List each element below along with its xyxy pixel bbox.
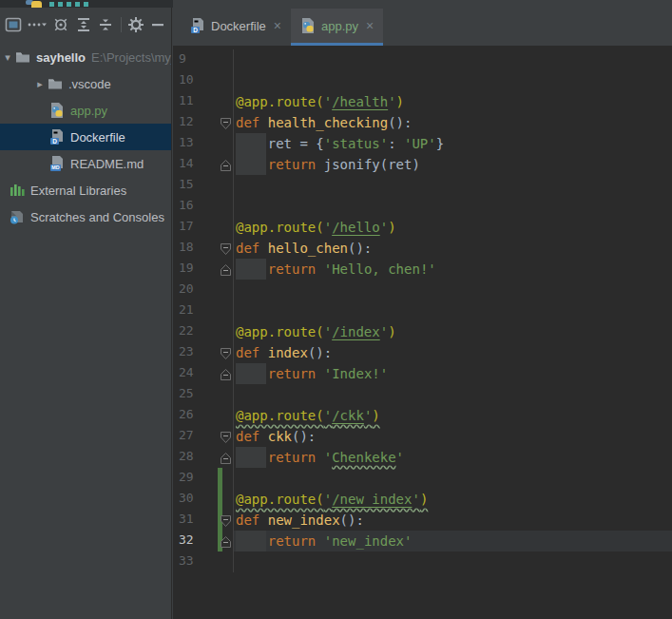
code-text[interactable]: def health_checking(): bbox=[234, 112, 672, 133]
code-text[interactable]: def index(): bbox=[234, 342, 672, 363]
token-dec: ) bbox=[420, 492, 428, 507]
code-text[interactable]: return 'Hello, chen!' bbox=[234, 259, 672, 280]
code-text[interactable]: return jsonify(ret) bbox=[234, 154, 672, 175]
code-editor[interactable]: 91011@app.route('/health')12def health_c… bbox=[173, 46, 672, 619]
hide-panel-icon[interactable] bbox=[149, 15, 166, 34]
token-pln bbox=[236, 157, 268, 172]
code-text[interactable]: return 'Index!' bbox=[234, 363, 672, 384]
fold-start-icon[interactable] bbox=[221, 514, 231, 526]
tree-item-label: sayhello bbox=[36, 50, 86, 65]
fold-start-icon[interactable] bbox=[221, 117, 231, 128]
code-line[interactable]: 29 bbox=[173, 468, 672, 489]
code-text[interactable]: def ckk(): bbox=[234, 426, 672, 447]
tree-item-readme[interactable]: MDREADME.md bbox=[0, 150, 171, 177]
code-text[interactable]: @app.route('/health') bbox=[234, 91, 672, 112]
code-text[interactable] bbox=[234, 384, 672, 405]
toolwindow-view-icon[interactable] bbox=[5, 15, 22, 34]
expand-all-icon[interactable] bbox=[74, 15, 91, 34]
token-str: ' bbox=[396, 450, 404, 465]
vcs-added-change-marker[interactable] bbox=[218, 489, 222, 510]
code-line[interactable]: 22@app.route('/index') bbox=[173, 321, 672, 342]
code-text[interactable]: @app.route('/ckk') bbox=[234, 405, 672, 426]
code-line[interactable]: 28 return 'Chenkeke' bbox=[173, 447, 672, 468]
tab-close-icon[interactable]: × bbox=[366, 18, 374, 33]
gutter: 15 bbox=[173, 175, 234, 196]
view-options-icon[interactable] bbox=[27, 15, 48, 34]
code-text[interactable]: ret = {'status': 'UP'} bbox=[234, 133, 672, 154]
tree-item-external-libraries[interactable]: External Libraries bbox=[0, 177, 171, 203]
code-text[interactable] bbox=[234, 551, 672, 572]
tree-item-app-py[interactable]: app.py bbox=[0, 97, 171, 124]
token-pln: (): bbox=[308, 345, 332, 360]
code-text[interactable] bbox=[234, 300, 672, 321]
fold-end-icon[interactable] bbox=[221, 159, 231, 170]
code-line[interactable]: 18def hello_chen(): bbox=[173, 238, 672, 259]
line-number: 12 bbox=[179, 114, 194, 128]
fold-start-icon[interactable] bbox=[221, 242, 231, 254]
code-text[interactable]: return 'new_index' bbox=[234, 531, 672, 551]
code-line[interactable]: 19 return 'Hello, chen!' bbox=[173, 259, 672, 280]
code-text[interactable] bbox=[234, 280, 672, 300]
folder-icon bbox=[15, 49, 30, 65]
code-line[interactable]: 13 ret = {'status': 'UP'} bbox=[173, 133, 672, 154]
vcs-added-change-marker[interactable] bbox=[218, 468, 222, 489]
code-line[interactable]: 14 return jsonify(ret) bbox=[173, 154, 672, 175]
tab-app-py[interactable]: app.py× bbox=[291, 9, 383, 46]
code-line[interactable]: 21 bbox=[173, 300, 672, 321]
code-line[interactable]: 30@app.route('/new_index') bbox=[173, 489, 672, 510]
tree-item-label: External Libraries bbox=[30, 184, 126, 198]
code-line[interactable]: 31def new_index(): bbox=[173, 510, 672, 531]
code-line[interactable]: 15 bbox=[173, 175, 672, 196]
fold-end-icon[interactable] bbox=[221, 452, 231, 463]
docker-file-icon: D bbox=[49, 129, 65, 145]
tree-item-vscode[interactable]: ▸.vscode bbox=[0, 70, 171, 97]
code-text[interactable]: def hello_chen(): bbox=[234, 238, 672, 259]
code-text[interactable]: @app.route('/index') bbox=[234, 321, 672, 342]
tab-close-icon[interactable]: × bbox=[274, 18, 281, 33]
code-line[interactable]: 11@app.route('/health') bbox=[173, 91, 672, 112]
fold-end-icon[interactable] bbox=[221, 535, 231, 547]
code-line[interactable]: 24 return 'Index!' bbox=[173, 363, 672, 384]
tree-item-label: README.md bbox=[70, 157, 144, 171]
code-text[interactable]: @app.route('/hello') bbox=[234, 217, 672, 238]
collapse-all-icon[interactable] bbox=[97, 15, 114, 34]
fold-start-icon[interactable] bbox=[221, 431, 231, 442]
chevron-right-icon[interactable]: ▸ bbox=[34, 78, 46, 89]
token-pln: ret = { bbox=[236, 136, 324, 151]
code-line[interactable]: 25 bbox=[173, 384, 672, 405]
code-text[interactable] bbox=[234, 175, 672, 196]
code-line[interactable]: 10 bbox=[173, 70, 672, 91]
line-number: 20 bbox=[179, 281, 194, 296]
code-line[interactable]: 12def health_checking(): bbox=[173, 112, 672, 133]
code-line[interactable]: 23def index(): bbox=[173, 342, 672, 363]
settings-gear-icon[interactable] bbox=[127, 15, 144, 34]
token-wv: Chenkeke bbox=[332, 450, 395, 465]
tab-dockerfile[interactable]: DDockerfile× bbox=[181, 9, 291, 46]
code-line[interactable]: 9 bbox=[173, 49, 672, 70]
code-line[interactable]: 33 bbox=[173, 551, 672, 572]
tree-item-sayhello[interactable]: ▾sayhelloE:\Projects\my_te bbox=[0, 44, 171, 70]
code-text[interactable]: def new_index(): bbox=[234, 510, 672, 531]
code-text[interactable]: return 'Chenkeke' bbox=[234, 447, 672, 468]
code-text[interactable] bbox=[234, 196, 672, 217]
fold-end-icon[interactable] bbox=[221, 263, 231, 275]
code-line[interactable]: 26@app.route('/ckk') bbox=[173, 405, 672, 426]
code-text[interactable] bbox=[234, 70, 672, 91]
code-line[interactable]: 16 bbox=[173, 196, 672, 217]
code-line[interactable]: 27def ckk(): bbox=[173, 426, 672, 447]
token-str: ' bbox=[324, 220, 332, 235]
code-text[interactable] bbox=[234, 49, 672, 70]
tree-item-scratches[interactable]: Scratches and Consoles bbox=[0, 203, 171, 230]
fold-end-icon[interactable] bbox=[221, 368, 231, 379]
token-str: ' bbox=[412, 492, 419, 507]
token-str: ' bbox=[324, 94, 332, 109]
tree-item-dockerfile[interactable]: DDockerfile bbox=[0, 124, 171, 150]
code-line[interactable]: 32 return 'new_index' bbox=[173, 531, 672, 551]
locate-file-icon[interactable] bbox=[52, 15, 69, 34]
code-text[interactable]: @app.route('/new_index') bbox=[234, 489, 672, 510]
code-line[interactable]: 20 bbox=[173, 280, 672, 300]
fold-start-icon[interactable] bbox=[221, 347, 231, 358]
code-text[interactable] bbox=[234, 468, 672, 489]
chevron-down-icon[interactable]: ▾ bbox=[2, 51, 13, 63]
code-line[interactable]: 17@app.route('/hello') bbox=[173, 217, 672, 238]
